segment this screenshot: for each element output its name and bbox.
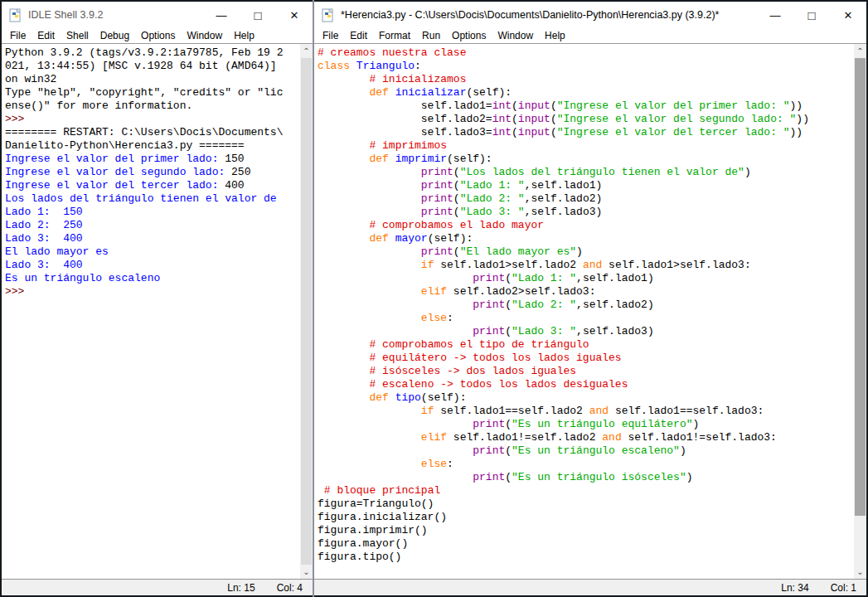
code-line: if self.lado1==self.lado2 and self.lado1… [318, 405, 853, 418]
editor-window: *Herencia3.py - C:\Users\Docis\Documents… [314, 2, 866, 595]
code-line: Ingrese el valor del primer lado: 150 [5, 153, 299, 166]
code-line: ense()" for more information. [5, 100, 299, 113]
shell-text[interactable]: Python 3.9.2 (tags/v3.9.2:1a79785, Feb 1… [5, 46, 299, 579]
menu-item-help[interactable]: Help [228, 29, 260, 42]
idle-shell-window: IDLE Shell 3.9.2 — □ ✕ FileEditShellDebu… [2, 2, 313, 595]
code-line: print("Es un triángulo equilátero") [318, 418, 853, 431]
shell-maximize-button[interactable]: □ [240, 2, 276, 28]
scroll-up-icon[interactable]: ⌃ [300, 44, 313, 58]
code-line: # comprobamos el tipo de triángulo [318, 338, 853, 352]
code-line: El lado mayor es [5, 245, 299, 259]
code-line: figura.imprimir() [318, 524, 853, 537]
code-line: elif self.lado2>self.lado3: [318, 285, 853, 298]
code-line: def mayor(self): [318, 232, 853, 245]
scroll-down-icon[interactable]: ⌄ [854, 565, 866, 579]
editor-titlebar[interactable]: *Herencia3.py - C:\Users\Docis\Documents… [314, 2, 866, 28]
editor-maximize-button[interactable]: □ [793, 2, 830, 28]
code-line: self.lado3=int(input("Ingrese el valor d… [318, 126, 853, 139]
code-line: print("Lado 2: ",self.lado2) [318, 192, 853, 206]
code-line: Lado 3: 400 [5, 232, 299, 245]
menu-item-options[interactable]: Options [446, 29, 492, 42]
code-line: def inicializar(self): [318, 86, 853, 100]
menu-item-shell[interactable]: Shell [61, 29, 95, 42]
code-line: print("Es un triángulo isósceles") [318, 471, 853, 484]
shell-status-col: Col: 4 [277, 582, 303, 594]
code-line: Lado 2: 250 [5, 219, 299, 232]
shell-close-button[interactable]: ✕ [276, 2, 313, 28]
scroll-down-icon[interactable]: ⌄ [300, 565, 313, 579]
shell-content-area[interactable]: Python 3.9.2 (tags/v3.9.2:1a79785, Feb 1… [2, 44, 313, 579]
code-line: ======== RESTART: C:\Users\Docis\Documen… [5, 126, 299, 139]
editor-vertical-scrollbar[interactable]: ⌃ ⌄ [854, 44, 866, 579]
code-line: print("Los lados del triángulo tienen el… [318, 166, 853, 179]
editor-menubar: FileEditFormatRunOptionsWindowHelp [314, 28, 866, 44]
editor-scroll-thumb[interactable] [855, 58, 866, 516]
editor-statusbar: Ln: 34 Col: 1 [314, 579, 866, 595]
code-line: class Triangulo: [318, 60, 853, 73]
code-line: Python 3.9.2 (tags/v3.9.2:1a79785, Feb 1… [5, 46, 299, 60]
editor-close-button[interactable]: ✕ [830, 2, 866, 28]
code-line: # comprobamos el lado mayor [318, 219, 853, 232]
shell-minimize-button[interactable]: — [203, 2, 240, 28]
shell-titlebar[interactable]: IDLE Shell 3.9.2 — □ ✕ [2, 2, 313, 28]
code-line: elif self.lado1!=self.lado2 and self.lad… [318, 431, 853, 444]
code-line: Danielito-Python\Herencia3.py ======= [5, 139, 299, 153]
code-line: # creamos nuestra clase [318, 46, 853, 60]
code-line: Ingrese el valor del tercer lado: 400 [5, 179, 299, 192]
code-line: figura.inicializar() [318, 511, 853, 524]
code-line: print("Lado 2: ",self.lado2) [318, 298, 853, 312]
menu-item-help[interactable]: Help [539, 29, 571, 42]
editor-content-area[interactable]: # creamos nuestra claseclass Triangulo: … [314, 44, 866, 579]
code-line: self.lado1=int(input("Ingrese el valor d… [318, 100, 853, 113]
menu-item-edit[interactable]: Edit [344, 29, 373, 42]
code-line: print("Lado 1: ",self.lado1) [318, 179, 853, 192]
code-line: Lado 1: 150 [5, 206, 299, 219]
editor-text[interactable]: # creamos nuestra claseclass Triangulo: … [318, 46, 853, 579]
code-line: >>> [5, 285, 299, 298]
code-line: Lado 3: 400 [5, 259, 299, 272]
editor-status-line: Ln: 34 [781, 582, 808, 594]
menu-item-window[interactable]: Window [181, 29, 228, 42]
code-line: # escaleno -> todos los lados desiguales [318, 378, 853, 391]
menu-item-format[interactable]: Format [373, 29, 416, 42]
menu-item-edit[interactable]: Edit [32, 29, 61, 42]
code-line: # bloque principal [318, 484, 853, 498]
shell-scroll-thumb[interactable] [301, 58, 312, 565]
shell-statusbar: Ln: 15 Col: 4 [2, 579, 313, 595]
code-line: self.lado2=int(input("Ingrese el valor d… [318, 113, 853, 126]
code-line: Es un triángulo escaleno [5, 272, 299, 285]
scroll-up-icon[interactable]: ⌃ [854, 44, 866, 58]
menu-item-file[interactable]: File [317, 29, 344, 42]
code-line: Type "help", "copyright", "credits" or "… [5, 86, 299, 100]
code-line: figura=Triangulo() [318, 498, 853, 511]
shell-menubar: FileEditShellDebugOptionsWindowHelp [2, 28, 313, 44]
python-file-icon [8, 8, 22, 22]
code-line: print("Lado 3: ",self.lado3) [318, 325, 853, 338]
code-line: # isósceles -> dos lados iguales [318, 365, 853, 378]
code-line: on win32 [5, 73, 299, 86]
shell-vertical-scrollbar[interactable]: ⌃ ⌄ [300, 44, 313, 579]
code-line: figura.tipo() [318, 551, 853, 564]
code-line: print("Es un triángulo escaleno") [318, 444, 853, 458]
code-line: def tipo(self): [318, 391, 853, 405]
editor-minimize-button[interactable]: — [757, 2, 793, 28]
code-line: def imprimir(self): [318, 153, 853, 166]
menu-item-options[interactable]: Options [135, 29, 181, 42]
code-line: print("Lado 3: ",self.lado3) [318, 206, 853, 219]
editor-status-col: Col: 1 [831, 582, 856, 594]
menu-item-window[interactable]: Window [492, 29, 539, 42]
menu-item-debug[interactable]: Debug [95, 29, 135, 42]
code-line: Ingrese el valor del segundo lado: 250 [5, 166, 299, 179]
python-file-icon [321, 8, 335, 22]
editor-window-title: *Herencia3.py - C:\Users\Docis\Documents… [341, 9, 757, 21]
shell-window-title: IDLE Shell 3.9.2 [28, 9, 203, 21]
code-line: if self.lado1>self.lado2 and self.lado1>… [318, 259, 853, 272]
code-line: # imprimimos [318, 139, 853, 153]
menu-item-run[interactable]: Run [416, 29, 446, 42]
code-line: Los lados del triángulo tienen el valor … [5, 192, 299, 206]
code-line: # inicializamos [318, 73, 853, 86]
code-line: figura.mayor() [318, 537, 853, 551]
code-line: >>> [5, 113, 299, 126]
menu-item-file[interactable]: File [4, 29, 32, 42]
code-line: print("El lado mayor es") [318, 245, 853, 259]
